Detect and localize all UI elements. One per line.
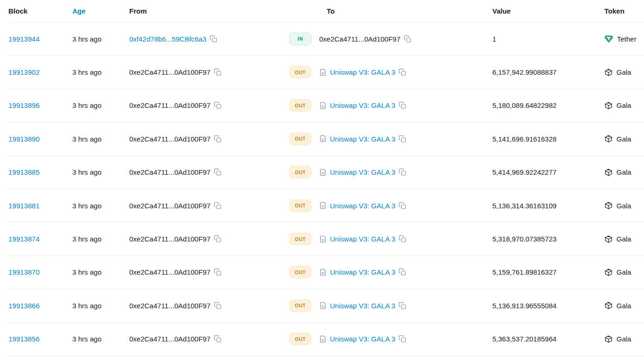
to-address-link[interactable]: Uniswap V3: GALA 3 (330, 268, 395, 276)
block-cell: 19913885 (8, 168, 72, 176)
to-cell: 0xe2Ca4711...0Ad100F97 (319, 35, 492, 43)
copy-from-address-button[interactable] (214, 135, 222, 143)
copy-to-address-button[interactable] (399, 68, 406, 76)
copy-from-address-button[interactable] (210, 35, 217, 43)
value-cell: 5,159,761.89816327 (492, 268, 604, 276)
value-text: 5,136,913.96555084 (492, 302, 557, 310)
to-cell: Uniswap V3: GALA 3 (319, 135, 492, 143)
to-address-link[interactable]: Uniswap V3: GALA 3 (330, 135, 395, 143)
age-cell: 3 hrs ago (72, 302, 129, 310)
direction-badge: OUT (289, 333, 311, 345)
copy-to-address-button[interactable] (399, 135, 406, 143)
copy-from-address-button[interactable] (214, 268, 222, 276)
age-text: 3 hrs ago (72, 101, 102, 109)
block-link[interactable]: 19913870 (8, 268, 40, 276)
block-link[interactable]: 19913856 (8, 335, 40, 343)
to-address-link[interactable]: Uniswap V3: GALA 3 (330, 335, 395, 343)
block-link[interactable]: 19913944 (8, 35, 40, 43)
block-link[interactable]: 19913874 (8, 235, 40, 243)
from-address: 0xe2Ca4711...0Ad100F97 (129, 135, 210, 143)
value-text: 5,141,696.91616328 (492, 135, 557, 143)
copy-to-address-button[interactable] (399, 302, 406, 310)
copy-to-address-button[interactable] (399, 168, 406, 176)
copy-to-address-button[interactable] (399, 335, 406, 343)
column-header-age[interactable]: Age (72, 7, 129, 15)
copy-icon (214, 235, 222, 243)
to-address-link[interactable]: Uniswap V3: GALA 3 (330, 101, 395, 109)
copy-from-address-button[interactable] (214, 101, 222, 109)
token-cell: Gala (604, 301, 644, 310)
block-link[interactable]: 19913896 (8, 101, 40, 109)
to-address-link[interactable]: Uniswap V3: GALA 3 (330, 202, 395, 210)
copy-icon (399, 135, 406, 143)
to-cell: Uniswap V3: GALA 3 (319, 202, 492, 210)
to-cell: Uniswap V3: GALA 3 (319, 335, 492, 343)
to-address-link[interactable]: Uniswap V3: GALA 3 (330, 68, 395, 76)
gala-icon (604, 201, 613, 210)
token-name: Gala (616, 68, 631, 76)
copy-icon (214, 168, 222, 176)
copy-icon (214, 302, 222, 310)
direction-badge: OUT (289, 66, 311, 78)
token-name: Tether (617, 35, 637, 43)
copy-to-address-button[interactable] (399, 268, 406, 276)
token-name: Gala (616, 235, 631, 243)
from-cell: 0xe2Ca4711...0Ad100F97 (129, 168, 289, 176)
table-row: 19913885 3 hrs ago 0xe2Ca4711...0Ad100F9… (8, 156, 644, 189)
copy-to-address-button[interactable] (399, 202, 406, 210)
gala-icon (604, 68, 613, 77)
copy-from-address-button[interactable] (214, 168, 222, 176)
block-link[interactable]: 19913881 (8, 202, 40, 210)
from-cell: 0xe2Ca4711...0Ad100F97 (129, 101, 289, 109)
value-text: 1 (492, 35, 496, 43)
block-link[interactable]: 19913885 (8, 168, 40, 176)
copy-from-address-button[interactable] (214, 202, 222, 210)
contract-icon (319, 69, 327, 76)
value-text: 5,318,970.07385723 (492, 235, 557, 243)
from-address: 0xe2Ca4711...0Ad100F97 (129, 335, 210, 343)
from-address-link[interactable]: 0xf42d78b6...59CBfc6a3 (129, 35, 206, 43)
block-cell: 19913856 (8, 335, 72, 343)
age-text: 3 hrs ago (72, 235, 102, 243)
to-address-link[interactable]: Uniswap V3: GALA 3 (330, 235, 395, 243)
copy-to-address-button[interactable] (404, 35, 412, 43)
copy-from-address-button[interactable] (214, 335, 222, 343)
token-transfers-page: Block Age From To Value Token 19913944 3… (0, 0, 644, 362)
token-cell: Gala (604, 135, 644, 143)
gala-icon (604, 268, 613, 277)
token-name: Gala (616, 268, 631, 276)
block-link[interactable]: 19913890 (8, 135, 40, 143)
direction-cell: OUT (289, 99, 319, 112)
value-text: 5,414,969.92242277 (492, 168, 557, 176)
gala-icon (604, 101, 613, 110)
table-row: 19913870 3 hrs ago 0xe2Ca4711...0Ad100F9… (8, 256, 644, 289)
contract-icon (319, 102, 327, 109)
copy-from-address-button[interactable] (214, 68, 222, 76)
direction-badge: OUT (289, 299, 311, 312)
block-link[interactable]: 19913902 (8, 68, 40, 76)
to-address-link[interactable]: Uniswap V3: GALA 3 (330, 168, 395, 176)
copy-to-address-button[interactable] (399, 235, 406, 243)
contract-icon (319, 235, 327, 243)
age-text: 3 hrs ago (72, 35, 102, 43)
from-address: 0xe2Ca4711...0Ad100F97 (129, 168, 210, 176)
table-row: 19913881 3 hrs ago 0xe2Ca4711...0Ad100F9… (8, 189, 644, 222)
direction-cell: OUT (289, 66, 319, 78)
value-cell: 5,141,696.91616328 (492, 135, 604, 143)
from-address: 0xe2Ca4711...0Ad100F97 (129, 302, 210, 310)
direction-badge: OUT (289, 166, 311, 178)
block-link[interactable]: 19913866 (8, 302, 40, 310)
value-cell: 5,363,537.20185964 (492, 335, 604, 343)
copy-to-address-button[interactable] (399, 101, 406, 109)
copy-from-address-button[interactable] (214, 302, 222, 310)
gala-icon (604, 335, 613, 343)
gala-icon (604, 135, 613, 143)
from-address: 0xe2Ca4711...0Ad100F97 (129, 268, 210, 276)
to-address-link[interactable]: Uniswap V3: GALA 3 (330, 302, 395, 310)
copy-from-address-button[interactable] (214, 235, 222, 243)
direction-badge: OUT (289, 99, 311, 112)
token-name: Gala (616, 335, 631, 343)
direction-badge: OUT (289, 133, 311, 145)
copy-icon (399, 168, 406, 176)
block-cell: 19913902 (8, 68, 72, 76)
